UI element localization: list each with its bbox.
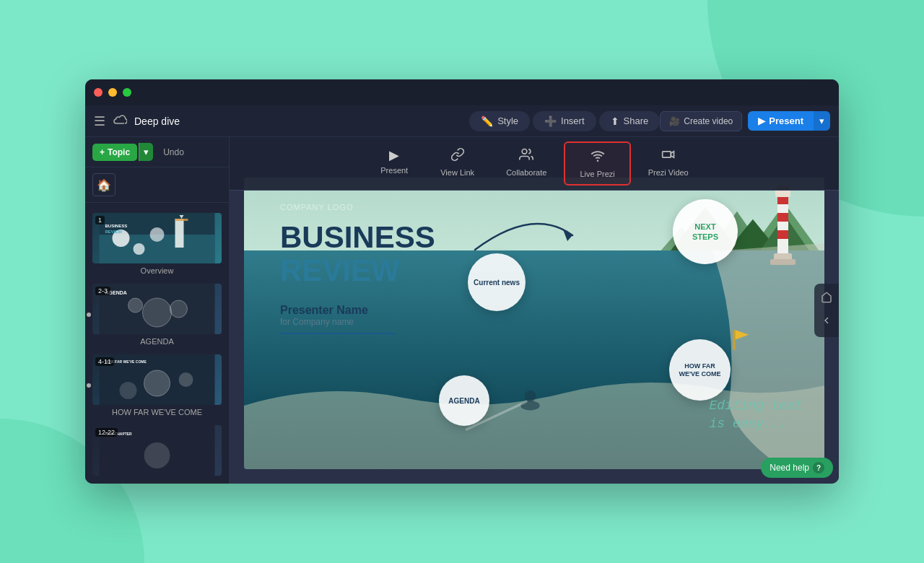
cloud-icon[interactable] bbox=[113, 115, 127, 128]
toolbar-dropdown: ▶ Present View Link bbox=[230, 137, 839, 191]
menu-bar: ☰ Deep dive ✏️ Style ➕ Insert ⬆ Share bbox=[85, 105, 839, 137]
present-dropdown-arrow[interactable]: ▾ bbox=[814, 111, 830, 131]
slide-thumbnail: NEW CHAPTER 12-22 bbox=[92, 425, 222, 476]
insert-icon: ➕ bbox=[544, 115, 557, 127]
slide-label: Overview bbox=[92, 266, 222, 275]
plus-icon: + bbox=[100, 147, 105, 157]
style-icon: ✏️ bbox=[481, 115, 493, 127]
svg-rect-8 bbox=[175, 219, 188, 221]
slide-thumbnail: HOW FAR WE'VE COME 4-11 bbox=[92, 354, 222, 405]
slide-number-badge: 12-22 bbox=[95, 428, 118, 437]
svg-point-14 bbox=[170, 300, 188, 318]
svg-point-3 bbox=[150, 227, 165, 242]
traffic-light-red[interactable] bbox=[94, 88, 103, 97]
main-content: + Topic ▾ Undo 🏠 bbox=[85, 137, 839, 484]
slide-item[interactable]: HOW FAR WE'VE COME 4-11 HOW FAR WE'VE CO… bbox=[85, 350, 229, 421]
need-help-button[interactable]: Need help ? bbox=[761, 458, 833, 478]
collaborate-icon bbox=[519, 147, 533, 165]
thumb-agenda-img: AGENDA bbox=[92, 284, 222, 334]
app-window: ☰ Deep dive ✏️ Style ➕ Insert ⬆ Share bbox=[85, 79, 839, 484]
presenter-info: Presenter Name for Company name bbox=[280, 304, 396, 334]
thumb-overview-img: BUSINESS REVIEW bbox=[92, 213, 222, 263]
toolbar-items: ▶ Present View Link bbox=[365, 141, 703, 186]
play-icon: ▶ bbox=[389, 147, 399, 163]
toolbar-label: View Link bbox=[440, 168, 474, 177]
svg-rect-45 bbox=[770, 259, 796, 265]
right-icon-bottom[interactable] bbox=[817, 311, 836, 333]
slide-list: BUSINESS REVIEW 1 Overview bbox=[85, 203, 229, 484]
slide-item[interactable]: BUSINESS REVIEW 1 Overview bbox=[85, 209, 229, 279]
svg-rect-41 bbox=[777, 230, 788, 239]
slide-thumbnail: AGENDA 2-3 bbox=[92, 284, 222, 334]
sidebar: + Topic ▾ Undo 🏠 bbox=[85, 137, 230, 484]
svg-point-23 bbox=[522, 149, 527, 154]
slide-number-badge: 1 bbox=[95, 216, 105, 224]
insert-button[interactable]: ➕ Insert bbox=[533, 111, 596, 131]
how-far-node[interactable]: HOW FARWE'VE COME bbox=[669, 339, 731, 401]
next-steps-node[interactable]: NEXTSTEPS bbox=[673, 199, 738, 264]
svg-point-19 bbox=[179, 372, 193, 387]
video-camera-icon: 🎥 bbox=[669, 116, 680, 126]
presenter-name: Presenter Name bbox=[280, 304, 396, 317]
arrow-curve-svg bbox=[446, 192, 590, 264]
current-news-label: Current news bbox=[474, 279, 520, 287]
hamburger-icon[interactable]: ☰ bbox=[94, 113, 105, 129]
video-icon bbox=[661, 147, 676, 165]
add-topic-button[interactable]: + Topic bbox=[92, 144, 137, 161]
svg-rect-7 bbox=[175, 219, 184, 248]
right-icons bbox=[814, 284, 839, 337]
toolbar-item-prezi-video[interactable]: Prezi Video bbox=[634, 141, 703, 186]
svg-point-13 bbox=[128, 298, 143, 313]
right-icon-top[interactable] bbox=[817, 288, 836, 310]
share-button[interactable]: ⬆ Share bbox=[599, 111, 661, 131]
slide-item[interactable]: AGENDA 2-3 AGENDA bbox=[85, 279, 229, 350]
sidebar-toolbar: + Topic ▾ Undo bbox=[85, 137, 229, 167]
share-icon: ⬆ bbox=[611, 115, 619, 127]
editing-text: Editing textis easy... bbox=[709, 397, 803, 433]
toolbar-label: Present bbox=[380, 166, 408, 175]
toolbar-item-view-link[interactable]: View Link bbox=[426, 141, 489, 186]
svg-point-18 bbox=[120, 382, 137, 399]
undo-button[interactable]: Undo bbox=[157, 144, 190, 161]
agenda-label: AGENDA bbox=[448, 397, 479, 405]
next-steps-label: NEXTSTEPS bbox=[692, 222, 718, 243]
slide-item[interactable]: NEW CHAPTER 12-22 bbox=[85, 421, 229, 483]
add-topic-dropdown[interactable]: ▾ bbox=[139, 143, 153, 161]
slide-label: HOW FAR WE'VE COME bbox=[92, 408, 222, 416]
toolbar-item-live-prezi[interactable]: Live Prezi bbox=[564, 141, 630, 186]
agenda-node[interactable]: AGENDA bbox=[439, 375, 489, 426]
present-button[interactable]: ▶ Present bbox=[748, 111, 814, 131]
slide-thumbnail: BUSINESS REVIEW 1 bbox=[92, 213, 222, 263]
slide-number-badge: 2-3 bbox=[95, 287, 110, 295]
present-button-group: ▶ Present ▾ bbox=[748, 111, 830, 131]
toolbar-item-present[interactable]: ▶ Present bbox=[365, 141, 423, 186]
traffic-light-green[interactable] bbox=[123, 88, 131, 97]
style-button[interactable]: ✏️ Style bbox=[469, 111, 530, 131]
traffic-light-yellow[interactable] bbox=[108, 88, 117, 97]
how-far-label: HOW FARWE'VE COME bbox=[679, 362, 720, 378]
live-prezi-icon bbox=[590, 149, 605, 167]
title-review: REVIEW bbox=[280, 254, 435, 287]
create-video-button[interactable]: 🎥 Create video bbox=[660, 111, 742, 131]
home-button[interactable]: 🏠 bbox=[92, 173, 116, 196]
slide-number-badge: 4-11 bbox=[95, 357, 114, 366]
link-icon bbox=[450, 147, 465, 165]
svg-text:REVIEW: REVIEW bbox=[105, 230, 123, 234]
toolbar-item-collaborate[interactable]: Collaborate bbox=[492, 141, 561, 186]
presentation-content: COMPANY LOGO BUSINESS REVIEW Presenter N… bbox=[244, 178, 824, 469]
app-title: Deep dive bbox=[134, 115, 180, 127]
svg-rect-25 bbox=[662, 152, 671, 157]
svg-point-4 bbox=[134, 243, 145, 255]
menu-right: 🎥 Create video ▶ Present ▾ bbox=[660, 111, 830, 131]
svg-text:BUSINESS: BUSINESS bbox=[105, 224, 128, 228]
current-news-node[interactable]: Current news bbox=[468, 253, 526, 311]
toolbar-label: Collaborate bbox=[506, 168, 546, 177]
menu-left: ☰ Deep dive bbox=[94, 113, 469, 129]
presenter-company: for Company name bbox=[280, 317, 396, 327]
svg-point-17 bbox=[144, 370, 170, 396]
svg-rect-35 bbox=[733, 330, 735, 350]
presenter-line bbox=[280, 333, 396, 334]
presentation-canvas[interactable]: COMPANY LOGO BUSINESS REVIEW Presenter N… bbox=[244, 178, 824, 469]
canvas-area: ▶ Present View Link bbox=[230, 137, 839, 484]
help-icon: ? bbox=[813, 462, 824, 473]
